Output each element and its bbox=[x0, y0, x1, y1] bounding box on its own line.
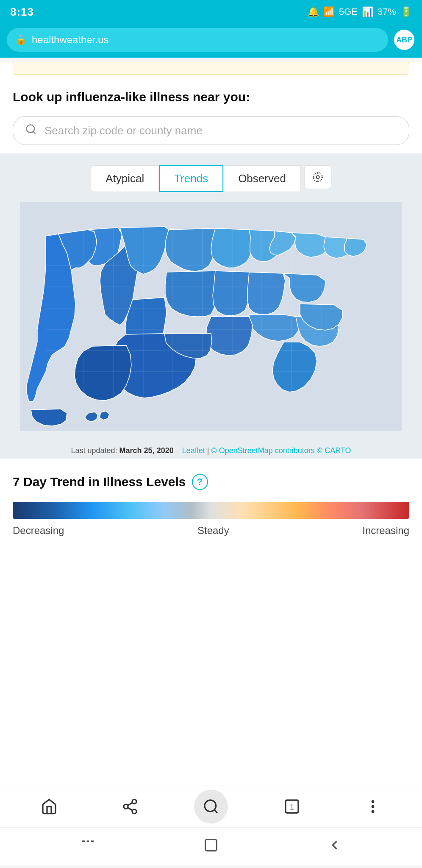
us-map-container bbox=[0, 200, 422, 433]
tab-atypical[interactable]: Atypical bbox=[91, 165, 159, 192]
status-time: 8:13 bbox=[10, 6, 34, 19]
sys-nav-menu[interactable] bbox=[80, 837, 95, 856]
signal-icon: 📊 bbox=[362, 6, 373, 17]
nav-more-button[interactable] bbox=[356, 790, 390, 823]
svg-rect-36 bbox=[205, 840, 217, 851]
lock-icon: 🔒 bbox=[15, 34, 27, 45]
search-icon bbox=[25, 123, 37, 138]
svg-point-3 bbox=[313, 173, 322, 182]
status-bar: 8:13 🔔 📶 5GE 📊 37% 🔋 bbox=[0, 0, 422, 24]
help-icon[interactable]: ? bbox=[192, 474, 208, 490]
lookup-title: Look up influenza-like illness near you: bbox=[13, 90, 409, 104]
search-box[interactable]: Search zip code or county name bbox=[13, 116, 409, 145]
svg-point-0 bbox=[27, 125, 35, 133]
lookup-section: Look up influenza-like illness near you:… bbox=[0, 75, 422, 153]
sys-nav-back[interactable] bbox=[327, 837, 342, 856]
us-map-svg bbox=[20, 202, 402, 431]
main-content: Look up influenza-like illness near you:… bbox=[0, 62, 422, 785]
alarm-icon: 🔔 bbox=[308, 6, 319, 17]
legend-title: 7 Day Trend in Illness Levels ? bbox=[13, 474, 409, 490]
svg-point-26 bbox=[205, 800, 216, 812]
svg-point-30 bbox=[372, 800, 375, 803]
carto-link[interactable]: contributors © CARTO bbox=[275, 446, 351, 455]
map-tabs: Atypical Trends Observed bbox=[91, 165, 331, 192]
svg-point-32 bbox=[372, 810, 375, 813]
nav-share-button[interactable] bbox=[113, 790, 147, 823]
tab-trends[interactable]: Trends bbox=[159, 165, 223, 192]
address-bar[interactable]: 🔒 healthweather.us bbox=[7, 28, 388, 52]
leaflet-link[interactable]: Leaflet bbox=[182, 446, 205, 455]
map-attribution: Last updated: March 25, 2020 Leaflet | ©… bbox=[0, 446, 422, 455]
search-input-placeholder: Search zip code or county name bbox=[44, 124, 203, 137]
sys-nav-home[interactable] bbox=[203, 837, 219, 856]
svg-text:1: 1 bbox=[290, 803, 294, 811]
svg-line-27 bbox=[214, 810, 217, 812]
nav-home-button[interactable] bbox=[32, 790, 66, 823]
map-section: Atypical Trends Observed bbox=[0, 153, 422, 459]
network-label: 5GE bbox=[339, 6, 358, 17]
address-bar-container: 🔒 healthweather.us ABP bbox=[0, 24, 422, 58]
svg-line-1 bbox=[33, 131, 35, 134]
svg-point-21 bbox=[132, 799, 136, 804]
svg-point-23 bbox=[132, 809, 136, 813]
svg-point-22 bbox=[124, 804, 128, 809]
label-increasing: Increasing bbox=[362, 525, 409, 537]
url-text: healthweather.us bbox=[32, 34, 108, 46]
wifi-icon: 📶 bbox=[323, 6, 335, 17]
svg-line-25 bbox=[128, 802, 132, 805]
adblock-badge[interactable]: ABP bbox=[393, 29, 415, 51]
battery-icon: 🔋 bbox=[400, 6, 412, 17]
yellow-banner bbox=[13, 62, 409, 75]
gradient-bar bbox=[13, 502, 409, 519]
svg-point-31 bbox=[372, 805, 375, 808]
last-updated-text: Last updated: March 25, 2020 bbox=[71, 446, 175, 455]
label-steady: Steady bbox=[197, 525, 229, 537]
svg-line-24 bbox=[128, 807, 132, 810]
status-right: 🔔 📶 5GE 📊 37% 🔋 bbox=[308, 6, 412, 17]
gradient-labels: Decreasing Steady Increasing bbox=[13, 525, 409, 537]
system-nav bbox=[0, 827, 422, 865]
legend-section: 7 Day Trend in Illness Levels ? Decreasi… bbox=[0, 459, 422, 545]
bottom-nav: 1 bbox=[0, 785, 422, 827]
nav-tab-button[interactable]: 1 bbox=[275, 790, 309, 823]
tab-observed[interactable]: Observed bbox=[223, 165, 301, 192]
label-decreasing: Decreasing bbox=[13, 525, 64, 537]
location-button[interactable] bbox=[304, 165, 331, 189]
nav-search-button[interactable] bbox=[194, 790, 228, 823]
svg-point-2 bbox=[316, 176, 319, 179]
battery-level: 37% bbox=[378, 6, 396, 17]
openstreetmap-link[interactable]: © OpenStreetMap bbox=[211, 446, 272, 455]
